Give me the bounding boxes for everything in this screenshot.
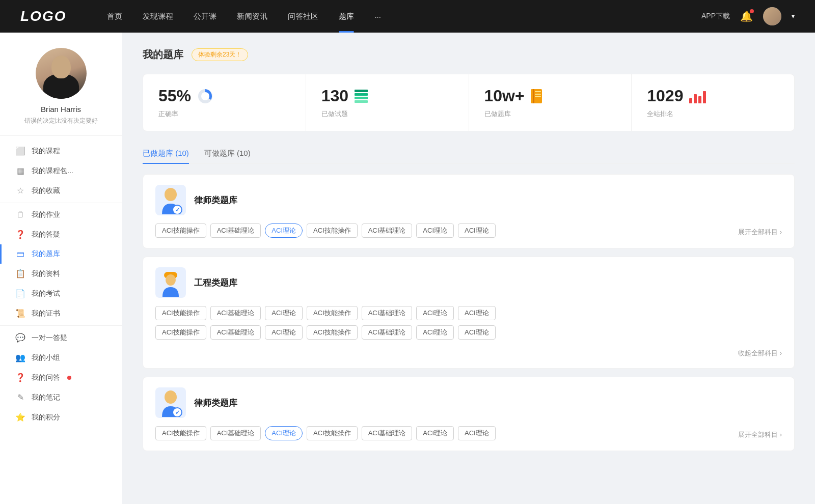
profile-name: Brian Harris (10, 105, 112, 114)
tag[interactable]: ACI基础理论 (210, 223, 261, 238)
sidebar-item-label: 我的小组 (32, 353, 60, 362)
sidebar-item-points[interactable]: ⭐ 我的积分 (0, 407, 122, 427)
qbank-title: 工程类题库 (194, 277, 237, 289)
stat-top: 10w+ (484, 87, 616, 105)
sidebar-item-group[interactable]: 👥 我的小组 (0, 348, 122, 368)
table-chart-icon (355, 90, 368, 103)
tab-done-banks[interactable]: 已做题库 (10) (143, 144, 189, 163)
divider (0, 325, 122, 326)
done-questions-label: 已做试题 (321, 109, 453, 119)
nav-news[interactable]: 新闻资讯 (227, 0, 278, 33)
expand-link[interactable]: 展开全部科目 › (738, 223, 782, 237)
svg-point-2 (165, 188, 177, 201)
tag[interactable]: ACI理论 (458, 426, 496, 440)
tag[interactable]: ACI基础理论 (362, 223, 413, 238)
tag[interactable]: ACI基础理论 (362, 426, 413, 440)
tag[interactable]: ACI理论 (265, 306, 303, 320)
sidebar-item-label: 我的积分 (32, 413, 60, 422)
sidebar-item-materials[interactable]: 📋 我的资料 (0, 264, 122, 284)
svg-point-6 (166, 274, 176, 286)
tab-available-banks[interactable]: 可做题库 (10) (204, 144, 251, 163)
sidebar-item-certificate[interactable]: 📜 我的证书 (0, 303, 122, 323)
tag-highlighted[interactable]: ACI理论 (265, 223, 303, 238)
tag[interactable]: ACI技能操作 (307, 306, 358, 320)
nav-discover[interactable]: 发现课程 (132, 0, 183, 33)
qbank-title: 律师类题库 (194, 194, 237, 206)
tag[interactable]: ACI理论 (416, 306, 454, 320)
done-banks-label: 已做题库 (484, 109, 616, 119)
sidebar-item-label: 我的答疑 (32, 230, 60, 239)
my-course-icon: ⬜ (15, 146, 25, 156)
tag[interactable]: ACI理论 (265, 325, 303, 340)
sidebar-item-label: 我的资料 (32, 269, 60, 278)
qbank-card-engineer: 工程类题库 ACI技能操作 ACI基础理论 ACI理论 ACI技能操作 ACI基… (143, 257, 795, 369)
sidebar-item-question-bank[interactable]: 🗃 我的题库 (0, 244, 122, 264)
sidebar-item-exam[interactable]: 📄 我的考试 (0, 284, 122, 303)
trial-badge: 体验剩余23天！ (192, 48, 248, 61)
user-dropdown-arrow[interactable]: ▾ (792, 13, 795, 20)
stat-card-accuracy: 55% 正确率 (143, 74, 306, 131)
certificate-icon: 📜 (15, 309, 25, 318)
tag[interactable]: ACI理论 (416, 426, 454, 440)
engineer-figure-svg (158, 269, 183, 297)
tag-highlighted[interactable]: ACI理论 (265, 426, 303, 440)
logo[interactable]: LOGO (20, 8, 66, 24)
nav-questions[interactable]: 题库 (329, 0, 364, 33)
sidebar-item-favorites[interactable]: ☆ 我的收藏 (0, 181, 122, 201)
tag[interactable]: ACI技能操作 (155, 223, 206, 238)
divider (0, 203, 122, 203)
notification-bell[interactable]: 🔔 (740, 10, 753, 22)
lawyer-figure-svg: ✓ (158, 186, 183, 214)
tag[interactable]: ACI技能操作 (307, 223, 358, 238)
tag[interactable]: ACI理论 (458, 325, 496, 340)
avatar-image (36, 48, 87, 99)
qbank-card-lawyer-2: ✓ 律师类题库 ACI技能操作 ACI基础理论 ACI理论 ACI技能操作 AC… (143, 377, 795, 451)
lawyer-figure-svg-2: ✓ (158, 389, 183, 417)
tag[interactable]: ACI技能操作 (155, 426, 206, 440)
tag[interactable]: ACI基础理论 (210, 325, 261, 340)
tag[interactable]: ACI理论 (416, 223, 454, 238)
expand-link-2[interactable]: 展开全部科目 › (738, 426, 782, 439)
sidebar-item-my-qa[interactable]: ❓ 我的问答 (0, 368, 122, 387)
sidebar-item-label: 一对一答疑 (32, 333, 67, 343)
svg-text:✓: ✓ (175, 409, 180, 415)
nav-home[interactable]: 首页 (97, 0, 132, 33)
nav-open-course[interactable]: 公开课 (183, 0, 227, 33)
tag[interactable]: ACI技能操作 (155, 306, 206, 320)
tags-container: ACI技能操作 ACI基础理论 ACI理论 ACI技能操作 ACI基础理论 AC… (155, 426, 734, 440)
course-package-icon: ▦ (15, 166, 25, 176)
tag[interactable]: ACI理论 (416, 325, 454, 340)
tag[interactable]: ACI基础理论 (210, 426, 261, 440)
tag[interactable]: ACI理论 (458, 223, 496, 238)
profile-avatar[interactable] (36, 48, 87, 99)
top-navigation: LOGO 首页 发现课程 公开课 新闻资讯 问答社区 题库 ··· APP下载 … (0, 0, 815, 33)
svg-point-7 (165, 390, 177, 404)
page-header: 我的题库 体验剩余23天！ (143, 48, 795, 62)
stat-card-done-questions: 130 已做试题 (306, 74, 469, 131)
sidebar-item-notes[interactable]: ✎ 我的笔记 (0, 387, 122, 407)
done-banks-value: 10w+ (484, 87, 525, 105)
tag[interactable]: ACI基础理论 (362, 325, 413, 340)
tag[interactable]: ACI理论 (458, 306, 496, 320)
user-avatar[interactable] (763, 7, 781, 25)
stats-row: 55% 正确率 130 (143, 74, 795, 131)
tag[interactable]: ACI技能操作 (307, 325, 358, 340)
tag[interactable]: ACI基础理论 (210, 306, 261, 320)
exam-icon: 📄 (15, 289, 25, 298)
sidebar-item-qa[interactable]: ❓ 我的答疑 (0, 225, 122, 244)
sidebar-menu: ⬜ 我的课程 ▦ 我的课程包... ☆ 我的收藏 🗒 我的作业 ❓ 我的答疑 🗃 (0, 136, 122, 432)
sidebar-item-my-course[interactable]: ⬜ 我的课程 (0, 141, 122, 161)
sidebar-item-one-on-one[interactable]: 💬 一对一答疑 (0, 328, 122, 348)
tag[interactable]: ACI基础理论 (362, 306, 413, 320)
nav-more[interactable]: ··· (364, 0, 391, 33)
tag[interactable]: ACI技能操作 (155, 325, 206, 340)
tag[interactable]: ACI技能操作 (307, 426, 358, 440)
qbank-card-lawyer-1: ✓ 律师类题库 ACI技能操作 ACI基础理论 ACI理论 ACI技能操作 AC… (143, 174, 795, 248)
group-icon: 👥 (15, 353, 25, 362)
collapse-link[interactable]: 收起全部科目 › (738, 345, 782, 358)
nav-qa[interactable]: 问答社区 (278, 0, 329, 33)
app-download-link[interactable]: APP下载 (701, 12, 730, 21)
sidebar-item-course-package[interactable]: ▦ 我的课程包... (0, 161, 122, 181)
sidebar-item-homework[interactable]: 🗒 我的作业 (0, 205, 122, 225)
svg-text:✓: ✓ (175, 207, 180, 213)
